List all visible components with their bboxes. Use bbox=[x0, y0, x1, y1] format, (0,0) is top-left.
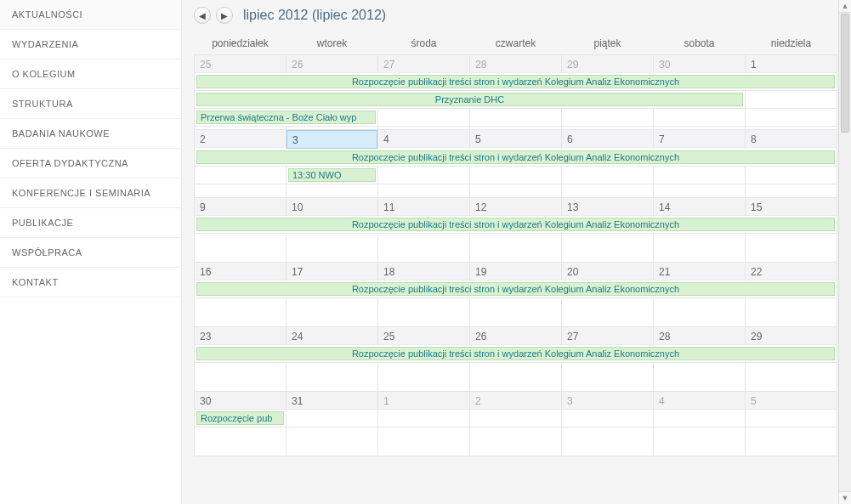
day-number: 20 bbox=[562, 263, 653, 280]
weekday-fri: piątek bbox=[562, 32, 654, 55]
calendar-day-cell[interactable]: 25 bbox=[195, 55, 287, 74]
calendar-week-row: 2526272829301 bbox=[195, 55, 837, 74]
calendar-day-cell[interactable]: 22 bbox=[746, 263, 837, 281]
prev-month-button[interactable]: ◀ bbox=[194, 7, 211, 24]
calendar-empty-event-cell bbox=[654, 410, 746, 428]
calendar-filler-cell bbox=[562, 363, 654, 392]
calendar-event[interactable]: Rozpoczęcie publikacji treści stron i wy… bbox=[196, 218, 835, 231]
calendar-week-row: 2345678 bbox=[195, 130, 837, 150]
calendar-day-cell[interactable]: 9 bbox=[195, 198, 287, 217]
day-number: 16 bbox=[195, 263, 286, 280]
calendar-day-cell[interactable]: 30 bbox=[654, 55, 746, 74]
calendar-day-cell[interactable]: 3 bbox=[562, 392, 654, 411]
calendar-day-cell[interactable]: 6 bbox=[562, 130, 654, 150]
day-number: 23 bbox=[195, 327, 286, 345]
day-number: 6 bbox=[562, 130, 653, 148]
scroll-down-arrow-icon[interactable]: ▼ bbox=[839, 491, 851, 504]
calendar-event-row: 13:30 NWO bbox=[195, 167, 837, 184]
sidebar-item-o-kolegium[interactable]: O KOLEGIUM bbox=[0, 59, 181, 89]
calendar-event[interactable]: Rozpoczęcie pub bbox=[196, 411, 284, 425]
sidebar-item-kontakt[interactable]: KONTAKT bbox=[0, 268, 181, 297]
day-number: 28 bbox=[654, 327, 745, 345]
calendar-day-cell[interactable]: 15 bbox=[746, 198, 837, 217]
calendar-day-cell[interactable]: 16 bbox=[195, 263, 287, 281]
calendar-day-cell[interactable]: 5 bbox=[470, 130, 562, 150]
sidebar-item-struktura[interactable]: STRUKTURA bbox=[0, 89, 181, 119]
calendar-day-cell[interactable]: 24 bbox=[287, 327, 378, 346]
calendar-day-cell[interactable]: 14 bbox=[654, 198, 746, 217]
sidebar-item-konferencje-seminaria[interactable]: KONFERENCJE I SEMINARIA bbox=[0, 178, 181, 208]
day-number: 13 bbox=[562, 198, 653, 216]
calendar-day-cell[interactable]: 2 bbox=[195, 130, 287, 150]
calendar-day-cell[interactable]: 4 bbox=[654, 392, 746, 411]
calendar-day-cell[interactable]: 19 bbox=[470, 263, 562, 281]
calendar-event-row: Rozpoczęcie publikacji treści stron i wy… bbox=[195, 73, 837, 91]
sidebar-item-aktualnosci[interactable]: AKTUALNOŚCI bbox=[0, 0, 181, 30]
calendar-filler-cell bbox=[562, 298, 654, 327]
calendar-day-cell[interactable]: 17 bbox=[287, 263, 378, 281]
calendar-day-cell[interactable]: 23 bbox=[195, 327, 287, 346]
calendar-event-row: Rozpoczęcie publikacji treści stron i wy… bbox=[195, 149, 837, 167]
day-number: 2 bbox=[195, 130, 286, 148]
calendar-empty-event-cell bbox=[654, 167, 746, 184]
calendar-event[interactable]: Przerwa świąteczna - Boże Ciało wyp bbox=[196, 110, 376, 124]
day-number: 5 bbox=[746, 392, 837, 410]
scrollbar-thumb[interactable] bbox=[841, 14, 849, 133]
calendar-day-cell[interactable]: 26 bbox=[287, 55, 378, 74]
calendar-day-cell[interactable]: 2 bbox=[470, 392, 562, 411]
scroll-up-arrow-icon[interactable]: ▲ bbox=[839, 0, 851, 13]
calendar-event[interactable]: Rozpoczęcie publikacji treści stron i wy… bbox=[196, 347, 835, 360]
calendar-day-cell[interactable]: 29 bbox=[562, 55, 654, 74]
sidebar-item-oferta-dydaktyczna[interactable]: OFERTA DYDAKTYCZNA bbox=[0, 149, 181, 178]
calendar-empty-event-cell bbox=[654, 109, 746, 127]
calendar-event[interactable]: Przyznanie DHC bbox=[196, 93, 743, 106]
calendar-day-cell[interactable]: 5 bbox=[746, 392, 837, 411]
calendar-day-cell[interactable]: 21 bbox=[654, 263, 746, 281]
weekday-thu: czwartek bbox=[470, 32, 562, 55]
calendar-day-cell[interactable]: 29 bbox=[746, 327, 837, 346]
calendar-day-cell[interactable]: 28 bbox=[470, 55, 562, 74]
calendar-empty-event-cell bbox=[562, 410, 654, 428]
calendar-day-cell[interactable]: 3 bbox=[287, 130, 378, 150]
calendar-header: ◀ ▶ lipiec 2012 (lipiec 2012) bbox=[194, 7, 837, 24]
calendar-empty-event-cell bbox=[470, 410, 562, 428]
calendar-day-cell[interactable]: 30 bbox=[195, 392, 287, 411]
calendar-day-cell[interactable]: 26 bbox=[470, 327, 562, 346]
calendar-day-cell[interactable]: 7 bbox=[654, 130, 746, 150]
calendar-day-cell[interactable]: 18 bbox=[378, 263, 470, 281]
calendar-day-cell[interactable]: 4 bbox=[378, 130, 470, 150]
calendar-day-cell[interactable]: 10 bbox=[287, 198, 378, 217]
calendar-event[interactable]: Rozpoczęcie publikacji treści stron i wy… bbox=[196, 75, 835, 88]
calendar-day-cell[interactable]: 11 bbox=[378, 198, 470, 217]
calendar-filler-cell bbox=[195, 428, 287, 456]
calendar-day-cell[interactable]: 20 bbox=[562, 263, 654, 281]
calendar-day-cell[interactable]: 1 bbox=[746, 55, 837, 74]
calendar-week-filler bbox=[195, 184, 837, 198]
calendar-day-cell[interactable]: 1 bbox=[378, 392, 470, 411]
calendar-filler-cell bbox=[378, 184, 470, 198]
calendar-event[interactable]: 13:30 NWO bbox=[288, 168, 376, 182]
sidebar-item-publikacje[interactable]: PUBLIKACJE bbox=[0, 208, 181, 238]
calendar-event[interactable]: Rozpoczęcie publikacji treści stron i wy… bbox=[196, 150, 835, 164]
calendar-day-cell[interactable]: 25 bbox=[378, 327, 470, 346]
calendar-filler-cell bbox=[195, 184, 287, 198]
next-month-button[interactable]: ▶ bbox=[216, 7, 233, 24]
calendar-filler-cell bbox=[287, 428, 378, 456]
sidebar-item-wspolpraca[interactable]: WSPÓŁPRACA bbox=[0, 238, 181, 268]
vertical-scrollbar[interactable]: ▲ ▼ bbox=[838, 0, 851, 504]
calendar-event[interactable]: Rozpoczęcie publikacji treści stron i wy… bbox=[196, 282, 835, 296]
calendar-day-cell[interactable]: 12 bbox=[470, 198, 562, 217]
calendar-filler-cell bbox=[746, 234, 837, 263]
calendar-day-cell[interactable]: 27 bbox=[378, 55, 470, 74]
calendar-empty-event-cell bbox=[746, 109, 837, 127]
calendar-empty-event-cell bbox=[470, 109, 562, 127]
sidebar-item-badania-naukowe[interactable]: BADANIA NAUKOWE bbox=[0, 119, 181, 149]
calendar-day-cell[interactable]: 28 bbox=[654, 327, 746, 346]
calendar-day-cell[interactable]: 31 bbox=[287, 392, 378, 411]
calendar-filler-cell bbox=[746, 363, 837, 392]
calendar-day-cell[interactable]: 27 bbox=[562, 327, 654, 346]
sidebar-item-wydarzenia[interactable]: WYDARZENIA bbox=[0, 30, 181, 59]
calendar-day-cell[interactable]: 8 bbox=[746, 130, 837, 150]
calendar-day-cell[interactable]: 13 bbox=[562, 198, 654, 217]
calendar-filler-cell bbox=[654, 234, 746, 263]
